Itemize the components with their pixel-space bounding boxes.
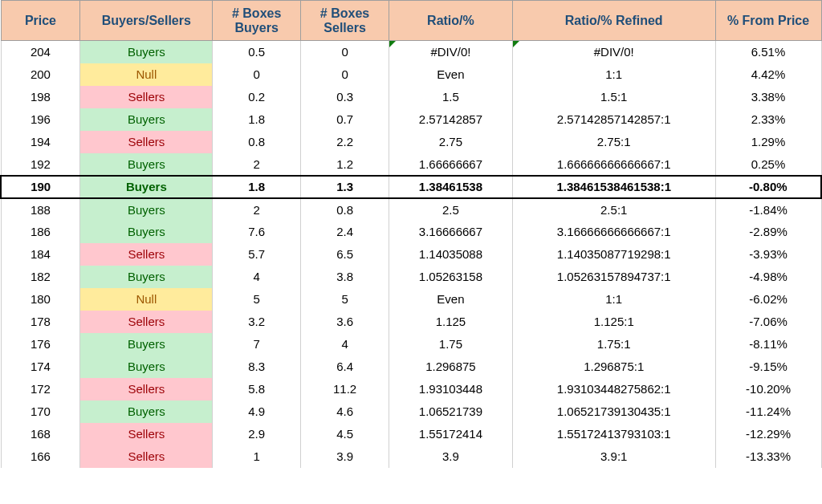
cell-boxes-sellers[interactable]: 6.5: [301, 243, 389, 266]
cell-price[interactable]: 196: [1, 108, 80, 131]
cell-ratio[interactable]: 1.296875: [389, 356, 513, 378]
cell-boxes-buyers[interactable]: 0.2: [213, 86, 301, 108]
cell-ratio[interactable]: 1.93103448: [389, 378, 513, 400]
cell-ratio-refined[interactable]: 1.66666666666667:1: [512, 153, 715, 176]
cell-buyers-sellers[interactable]: Buyers: [80, 153, 213, 176]
cell-buyers-sellers[interactable]: Sellers: [80, 378, 213, 400]
cell-pct-from-price[interactable]: -12.29%: [715, 423, 821, 445]
cell-boxes-sellers[interactable]: 1.3: [301, 176, 389, 198]
header-boxes-sellers[interactable]: # Boxes Sellers: [301, 1, 389, 41]
cell-boxes-sellers[interactable]: 2.2: [301, 131, 389, 153]
cell-boxes-buyers[interactable]: 1: [213, 445, 301, 468]
cell-pct-from-price[interactable]: -10.20%: [715, 378, 821, 400]
cell-buyers-sellers[interactable]: Null: [80, 288, 213, 311]
cell-boxes-buyers[interactable]: 0.5: [213, 41, 301, 63]
cell-buyers-sellers[interactable]: Buyers: [80, 333, 213, 356]
cell-boxes-buyers[interactable]: 7: [213, 333, 301, 356]
header-price[interactable]: Price: [1, 1, 80, 41]
cell-buyers-sellers[interactable]: Sellers: [80, 86, 213, 108]
cell-pct-from-price[interactable]: 3.38%: [715, 86, 821, 108]
cell-buyers-sellers[interactable]: Sellers: [80, 445, 213, 468]
cell-boxes-sellers[interactable]: 0: [301, 41, 389, 63]
cell-ratio-refined[interactable]: #DIV/0!: [512, 41, 715, 63]
cell-pct-from-price[interactable]: -9.15%: [715, 356, 821, 378]
cell-ratio-refined[interactable]: 1.5:1: [512, 86, 715, 108]
cell-boxes-buyers[interactable]: 0.8: [213, 131, 301, 153]
cell-ratio-refined[interactable]: 1.14035087719298:1: [512, 243, 715, 266]
cell-price[interactable]: 178: [1, 311, 80, 333]
cell-boxes-sellers[interactable]: 4.5: [301, 423, 389, 445]
cell-pct-from-price[interactable]: -4.98%: [715, 266, 821, 288]
cell-pct-from-price[interactable]: -2.89%: [715, 221, 821, 243]
cell-boxes-buyers[interactable]: 5.7: [213, 243, 301, 266]
cell-ratio[interactable]: 1.66666667: [389, 153, 513, 176]
cell-price[interactable]: 176: [1, 333, 80, 356]
cell-ratio-refined[interactable]: 1:1: [512, 63, 715, 86]
cell-boxes-buyers[interactable]: 2.9: [213, 423, 301, 445]
cell-ratio[interactable]: Even: [389, 63, 513, 86]
cell-ratio[interactable]: 1.06521739: [389, 400, 513, 423]
cell-pct-from-price[interactable]: 1.29%: [715, 131, 821, 153]
cell-buyers-sellers[interactable]: Buyers: [80, 266, 213, 288]
cell-price[interactable]: 174: [1, 356, 80, 378]
cell-boxes-sellers[interactable]: 11.2: [301, 378, 389, 400]
cell-buyers-sellers[interactable]: Sellers: [80, 131, 213, 153]
cell-price[interactable]: 190: [1, 176, 80, 198]
cell-ratio[interactable]: 1.5: [389, 86, 513, 108]
cell-boxes-sellers[interactable]: 1.2: [301, 153, 389, 176]
cell-boxes-buyers[interactable]: 1.8: [213, 108, 301, 131]
cell-boxes-buyers[interactable]: 5: [213, 288, 301, 311]
header-boxes-buyers[interactable]: # Boxes Buyers: [213, 1, 301, 41]
cell-boxes-sellers[interactable]: 3.6: [301, 311, 389, 333]
cell-ratio-refined[interactable]: 1.93103448275862:1: [512, 378, 715, 400]
cell-boxes-buyers[interactable]: 0: [213, 63, 301, 86]
cell-boxes-buyers[interactable]: 5.8: [213, 378, 301, 400]
cell-price[interactable]: 172: [1, 378, 80, 400]
cell-price[interactable]: 188: [1, 198, 80, 221]
cell-ratio-refined[interactable]: 1:1: [512, 288, 715, 311]
cell-pct-from-price[interactable]: -0.80%: [715, 176, 821, 198]
cell-ratio-refined[interactable]: 1.75:1: [512, 333, 715, 356]
cell-boxes-buyers[interactable]: 4: [213, 266, 301, 288]
cell-buyers-sellers[interactable]: Sellers: [80, 243, 213, 266]
cell-price[interactable]: 166: [1, 445, 80, 468]
cell-ratio[interactable]: 1.38461538: [389, 176, 513, 198]
cell-boxes-sellers[interactable]: 0: [301, 63, 389, 86]
cell-ratio-refined[interactable]: 1.55172413793103:1: [512, 423, 715, 445]
cell-ratio[interactable]: 2.57142857: [389, 108, 513, 131]
cell-ratio-refined[interactable]: 2.5:1: [512, 198, 715, 221]
cell-price[interactable]: 170: [1, 400, 80, 423]
cell-boxes-buyers[interactable]: 1.8: [213, 176, 301, 198]
cell-boxes-sellers[interactable]: 0.8: [301, 198, 389, 221]
cell-pct-from-price[interactable]: -6.02%: [715, 288, 821, 311]
cell-ratio[interactable]: 1.125: [389, 311, 513, 333]
cell-ratio[interactable]: #DIV/0!: [389, 41, 513, 63]
cell-buyers-sellers[interactable]: Buyers: [80, 176, 213, 198]
cell-boxes-buyers[interactable]: 2: [213, 153, 301, 176]
cell-price[interactable]: 192: [1, 153, 80, 176]
cell-boxes-buyers[interactable]: 7.6: [213, 221, 301, 243]
cell-buyers-sellers[interactable]: Buyers: [80, 356, 213, 378]
header-buyers-sellers[interactable]: Buyers/Sellers: [80, 1, 213, 41]
cell-buyers-sellers[interactable]: Null: [80, 63, 213, 86]
cell-buyers-sellers[interactable]: Buyers: [80, 221, 213, 243]
cell-pct-from-price[interactable]: -11.24%: [715, 400, 821, 423]
cell-price[interactable]: 186: [1, 221, 80, 243]
cell-ratio[interactable]: 1.05263158: [389, 266, 513, 288]
cell-ratio[interactable]: 2.5: [389, 198, 513, 221]
cell-ratio-refined[interactable]: 1.125:1: [512, 311, 715, 333]
cell-ratio-refined[interactable]: 1.06521739130435:1: [512, 400, 715, 423]
cell-pct-from-price[interactable]: 2.33%: [715, 108, 821, 131]
cell-price[interactable]: 184: [1, 243, 80, 266]
cell-pct-from-price[interactable]: -3.93%: [715, 243, 821, 266]
cell-ratio-refined[interactable]: 2.75:1: [512, 131, 715, 153]
cell-ratio-refined[interactable]: 1.38461538461538:1: [512, 176, 715, 198]
cell-buyers-sellers[interactable]: Buyers: [80, 198, 213, 221]
header-ratio[interactable]: Ratio/%: [389, 1, 513, 41]
header-pct-from-price[interactable]: % From Price: [715, 1, 821, 41]
cell-pct-from-price[interactable]: 0.25%: [715, 153, 821, 176]
header-ratio-refined[interactable]: Ratio/% Refined: [512, 1, 715, 41]
cell-boxes-sellers[interactable]: 0.3: [301, 86, 389, 108]
cell-ratio-refined[interactable]: 1.05263157894737:1: [512, 266, 715, 288]
cell-ratio[interactable]: 2.75: [389, 131, 513, 153]
